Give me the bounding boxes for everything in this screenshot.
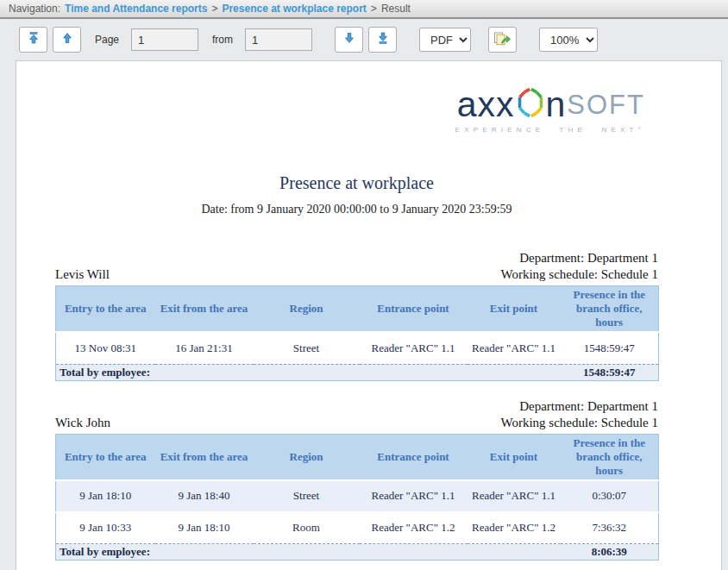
presence-hours-cell: 0:30:07 (561, 480, 659, 512)
total-row: Total by employee: 1548:59:47 (56, 364, 659, 380)
department-line: Department: Department 1 (55, 250, 658, 266)
logo-tagline: EXPERIENCE THE NEXT° (55, 126, 645, 134)
arrow-up-to-bar-icon (27, 31, 41, 48)
total-row: Total by employee: 8:06:39 (56, 544, 659, 561)
axxonsoft-logo: axx n SOFT (55, 61, 658, 134)
entrance-point-cell: Reader "ARC" 1.2 (360, 512, 468, 544)
column-header: Exit point (468, 434, 561, 480)
presence-hours-cell: 7:36:32 (561, 512, 659, 544)
total-value: 8:06:39 (561, 544, 659, 561)
column-header: Exit from the area (155, 434, 254, 480)
employee-section-wick-john: Department: Department 1 Wick John Worki… (55, 398, 658, 561)
hexagon-logo-icon (517, 87, 544, 121)
export-report-button[interactable] (488, 27, 517, 53)
from-label: from (212, 34, 233, 46)
column-header: Exit point (468, 286, 561, 333)
first-page-button[interactable] (19, 27, 47, 53)
column-header: Presence in the branch office, hours (561, 434, 659, 480)
report-toolbar: Page from PDF 100% (0, 19, 728, 60)
breadcrumb-separator: > (371, 3, 377, 15)
table-row: 9 Jan 18:10 9 Jan 18:40 Street Reader "A… (56, 480, 659, 512)
total-pages-input[interactable] (245, 28, 312, 51)
presence-hours-cell: 1548:59:47 (561, 332, 659, 364)
total-label: Total by employee: (56, 364, 561, 380)
region-cell: Street (254, 480, 360, 512)
breadcrumb-current: Result (381, 3, 411, 15)
employee-name: Levis Will (55, 266, 110, 283)
logo-text-soft: SOFT (567, 91, 645, 118)
table-header-row: Entry to the area Exit from the area Reg… (56, 286, 659, 333)
last-page-button[interactable] (368, 27, 397, 53)
employee-section-levis-will: Department: Department 1 Levis Will Work… (55, 250, 658, 381)
breadcrumb-label: Navigation: (9, 3, 60, 15)
exit-point-cell: Reader "ARC" 1.1 (468, 480, 561, 512)
logo-text-axx: axx (457, 87, 515, 122)
column-header: Entry to the area (56, 286, 155, 333)
region-cell: Street (254, 332, 360, 364)
breadcrumb-separator: > (211, 3, 217, 15)
report-date-range: Date: from 9 January 2020 00:00:00 to 9 … (55, 203, 658, 216)
arrow-up-icon (60, 31, 74, 48)
working-schedule-line: Working schedule: Schedule 1 (501, 415, 659, 431)
report-title: Presence at workplace (55, 173, 658, 193)
page-number-input[interactable] (131, 28, 198, 51)
employee-name: Wick John (55, 415, 110, 431)
logo-text-n: n (546, 87, 567, 122)
total-label: Total by employee: (56, 544, 561, 561)
exit-point-cell: Reader "ARC" 1.2 (468, 512, 561, 544)
total-value: 1548:59:47 (561, 364, 659, 380)
column-header: Presence in the branch office, hours (561, 286, 659, 333)
table-header-row: Entry to the area Exit from the area Reg… (56, 434, 659, 480)
column-header: Region (254, 434, 360, 480)
next-page-button[interactable] (335, 27, 363, 53)
entrance-point-cell: Reader "ARC" 1.1 (360, 480, 468, 512)
table-row: 9 Jan 10:33 9 Jan 18:10 Room Reader "ARC… (56, 512, 659, 544)
breadcrumb-link-time-attendance-reports[interactable]: Time and Attendance reports (65, 3, 207, 15)
column-header: Exit from the area (155, 286, 254, 333)
region-cell: Room (254, 512, 360, 544)
exit-cell: 9 Jan 18:10 (155, 512, 254, 544)
report-page: axx n SOFT (16, 60, 722, 570)
exit-cell: 16 Jan 21:31 (155, 332, 254, 364)
export-format-select[interactable]: PDF (419, 28, 471, 52)
column-header: Entry to the area (56, 434, 155, 480)
column-header: Region (254, 286, 360, 333)
arrow-down-icon (342, 31, 356, 48)
entry-cell: 9 Jan 18:10 (56, 480, 155, 512)
arrow-down-to-bar-icon (376, 31, 390, 48)
working-schedule-line: Working schedule: Schedule 1 (501, 266, 659, 283)
exit-cell: 9 Jan 18:40 (155, 480, 254, 512)
page-label: Page (95, 34, 119, 46)
zoom-level-select[interactable]: 100% (539, 28, 598, 52)
breadcrumb-link-presence-report[interactable]: Presence at workplace report (222, 3, 366, 15)
breadcrumb: Navigation: Time and Attendance reports … (0, 0, 728, 19)
column-header: Entrance point (360, 286, 468, 333)
entry-cell: 13 Nov 08:31 (56, 332, 155, 364)
department-line: Department: Department 1 (55, 398, 658, 415)
column-header: Entrance point (360, 434, 468, 480)
exit-point-cell: Reader "ARC" 1.1 (468, 332, 561, 364)
presence-table-1: Entry to the area Exit from the area Reg… (55, 285, 659, 381)
entry-cell: 9 Jan 10:33 (56, 512, 155, 544)
presence-table-2: Entry to the area Exit from the area Reg… (55, 434, 659, 561)
entrance-point-cell: Reader "ARC" 1.1 (360, 332, 468, 364)
table-row: 13 Nov 08:31 16 Jan 21:31 Street Reader … (56, 332, 659, 364)
export-report-icon (493, 31, 511, 49)
previous-page-button[interactable] (53, 27, 81, 53)
